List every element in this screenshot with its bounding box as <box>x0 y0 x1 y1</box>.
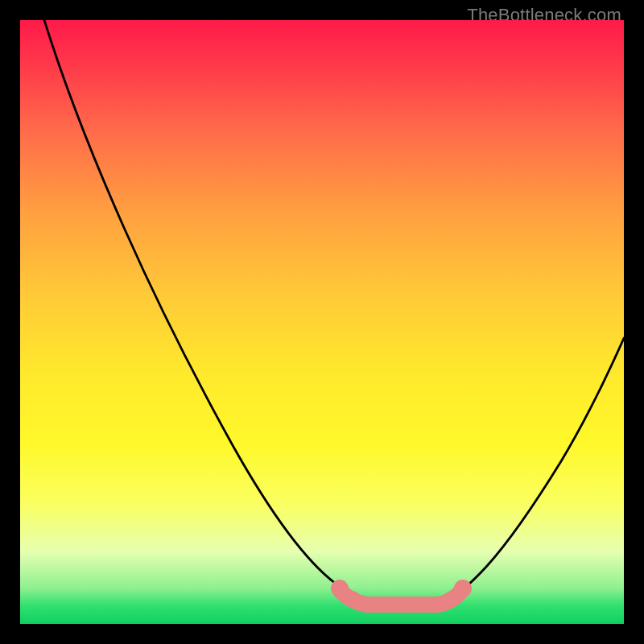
left-curve <box>44 20 358 602</box>
chart-overlay <box>20 20 624 624</box>
plot-area <box>20 20 624 624</box>
optimal-dot-2 <box>345 591 361 607</box>
chart-frame: TheBottleneck.com <box>0 0 644 644</box>
right-curve <box>445 338 624 602</box>
optimal-right-dot <box>454 580 472 597</box>
